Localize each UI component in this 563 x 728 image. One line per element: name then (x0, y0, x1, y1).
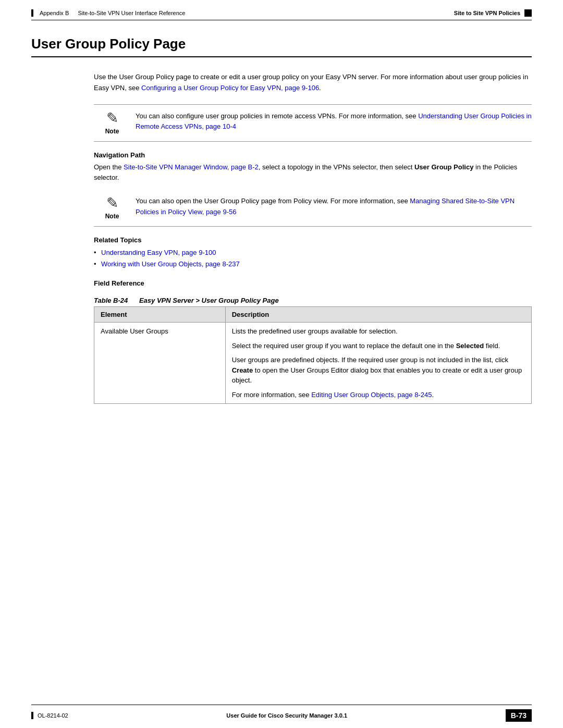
col-element: Element (94, 307, 226, 323)
note1-icon-area: ✎ Note (94, 111, 136, 135)
nav-path-section: Navigation Path Open the Site-to-Site VP… (94, 151, 532, 184)
create-bold: Create (232, 366, 253, 374)
note2-pencil-icon: ✎ (106, 196, 118, 211)
related-topics-list: Understanding Easy VPN, page 9-100 Worki… (94, 247, 532, 270)
related-topics-section: Related Topics Understanding Easy VPN, p… (94, 236, 532, 270)
field-reference-heading: Field Reference (94, 279, 532, 287)
note2-label: Note (105, 213, 119, 220)
footer-line (31, 705, 532, 705)
main-content: User Group Policy Page Use the User Grou… (0, 20, 563, 414)
note2-icon-area: ✎ Note (94, 196, 136, 220)
data-table: Element Description Available User Group… (94, 306, 532, 404)
doc-id: OL-8214-02 (38, 712, 68, 719)
element-cell: Available User Groups (94, 323, 226, 404)
note1-section: ✎ Note You can also configure user group… (94, 104, 532, 142)
field-reference-section: Field Reference (94, 279, 532, 287)
guide-title: User Guide for Cisco Security Manager 3.… (226, 712, 347, 719)
footer: OL-8214-02 User Guide for Cisco Security… (0, 698, 563, 728)
table-label: Table B-24 (94, 297, 128, 304)
list-item: Understanding Easy VPN, page 9-100 (94, 247, 532, 258)
editing-link[interactable]: Editing User Group Objects, page 8-245 (311, 391, 432, 399)
appendix-label: Appendix B (40, 10, 69, 16)
table-row: Available User Groups Lists the predefin… (94, 323, 532, 404)
note2-section: ✎ Note You can also open the User Group … (94, 190, 532, 227)
footer-bar (31, 712, 33, 719)
desc-line-2: Select the required user group if you wa… (232, 341, 525, 351)
selected-bold: Selected (456, 342, 484, 350)
nav-text-after: , select a topology in the VPNs selector… (259, 163, 414, 171)
intro-link[interactable]: Configuring a User Group Policy for Easy… (141, 84, 319, 92)
nav-bold-text: User Group Policy (414, 163, 473, 171)
desc-line-1: Lists the predefined user groups availab… (232, 326, 525, 337)
table-title: Easy VPN Server > User Group Policy Page (139, 297, 279, 304)
related-link-1[interactable]: Understanding Easy VPN, page 9-100 (101, 249, 216, 256)
table-caption: Table B-24 Easy VPN Server > User Group … (94, 297, 532, 304)
nav-path-heading: Navigation Path (94, 151, 532, 159)
page-container: Appendix B Site-to-Site VPN User Interfa… (0, 0, 563, 728)
table-header-row: Element Description (94, 307, 532, 323)
header-bar: Appendix B Site-to-Site VPN User Interfa… (0, 0, 563, 17)
header-right: Site to Site VPN Policies (454, 9, 532, 17)
page-title: User Group Policy Page (31, 36, 532, 57)
footer-right: B-73 (506, 709, 532, 722)
col-description: Description (225, 307, 531, 323)
section-label: Site-to-Site VPN User Interface Referenc… (78, 10, 185, 16)
nav-path-link[interactable]: Site-to-Site VPN Manager Window, page B-… (124, 163, 259, 171)
list-item: Working with User Group Objects, page 8-… (94, 258, 532, 270)
related-link-2[interactable]: Working with User Group Objects, page 8-… (101, 260, 240, 268)
nav-path-text: Open the Site-to-Site VPN Manager Window… (94, 162, 532, 184)
footer-content: OL-8214-02 User Guide for Cisco Security… (31, 709, 532, 722)
note2-text-before: You can also open the User Group Policy … (136, 197, 410, 205)
desc-line-3: User groups are predefined objects. If t… (232, 355, 525, 386)
note1-pencil-icon: ✎ (106, 111, 118, 126)
note1-label: Note (105, 128, 119, 135)
header-right-bar (524, 9, 532, 17)
note2-text: You can also open the User Group Policy … (136, 196, 532, 218)
note1-text-before: You can also configure user group polici… (136, 112, 418, 120)
desc-line-4: For more information, see Editing User G… (232, 390, 525, 400)
header-left-bar (31, 9, 33, 17)
intro-paragraph: Use the User Group Policy page to create… (94, 72, 532, 94)
description-cell: Lists the predefined user groups availab… (225, 323, 531, 404)
nav-text-before: Open the (94, 163, 124, 171)
footer-left: OL-8214-02 (31, 712, 68, 719)
header-left: Appendix B Site-to-Site VPN User Interfa… (31, 9, 185, 17)
page-number: B-73 (511, 711, 527, 720)
content-area: Use the User Group Policy page to create… (94, 72, 532, 404)
element-value: Available User Groups (101, 327, 168, 335)
footer-center: User Guide for Cisco Security Manager 3.… (226, 712, 347, 719)
note1-text: You can also configure user group polici… (136, 111, 532, 133)
related-topics-heading: Related Topics (94, 236, 532, 244)
right-section-label: Site to Site VPN Policies (454, 10, 520, 16)
